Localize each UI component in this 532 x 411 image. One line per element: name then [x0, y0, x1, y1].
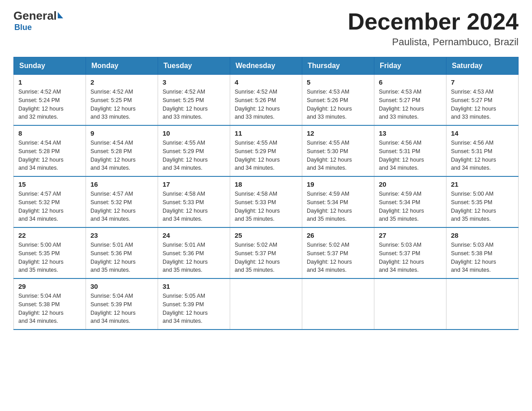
title-section: December 2024 Paulista, Pernambuco, Braz…: [348, 9, 519, 48]
day-number: 27: [379, 231, 442, 239]
day-number: 17: [163, 180, 225, 188]
day-number: 15: [18, 180, 81, 188]
month-title: December 2024: [348, 9, 519, 34]
day-number: 22: [18, 231, 81, 239]
day-number: 4: [235, 78, 297, 86]
calendar-cell: 25 Sunrise: 5:02 AMSunset: 5:37 PMDaylig…: [230, 227, 302, 278]
calendar-cell: [230, 278, 302, 330]
day-number: 31: [163, 283, 225, 290]
calendar-week-row: 8 Sunrise: 4:54 AMSunset: 5:28 PMDayligh…: [14, 125, 519, 176]
day-info: Sunrise: 4:52 AMSunset: 5:25 PMDaylight:…: [163, 89, 208, 120]
header-thursday: Thursday: [302, 57, 374, 75]
header-monday: Monday: [86, 57, 158, 75]
day-number: 5: [307, 78, 369, 86]
calendar-cell: 30 Sunrise: 5:04 AMSunset: 5:39 PMDaylig…: [86, 278, 158, 330]
calendar-cell: 21 Sunrise: 5:00 AMSunset: 5:35 PMDaylig…: [446, 176, 519, 227]
calendar-cell: 26 Sunrise: 5:02 AMSunset: 5:37 PMDaylig…: [302, 227, 374, 278]
day-number: 29: [18, 283, 81, 290]
calendar-cell: 13 Sunrise: 4:56 AMSunset: 5:31 PMDaylig…: [374, 125, 446, 176]
calendar-cell: 31 Sunrise: 5:05 AMSunset: 5:39 PMDaylig…: [158, 278, 230, 330]
logo-triangle-icon: [58, 12, 63, 18]
day-info: Sunrise: 4:53 AMSunset: 5:26 PMDaylight:…: [307, 89, 352, 120]
day-number: 25: [235, 231, 297, 239]
day-number: 6: [379, 78, 442, 86]
header-friday: Friday: [374, 57, 446, 75]
calendar-cell: 6 Sunrise: 4:53 AMSunset: 5:27 PMDayligh…: [374, 75, 446, 126]
location-text: Paulista, Pernambuco, Brazil: [348, 36, 519, 48]
day-number: 14: [451, 129, 514, 137]
calendar-cell: [302, 278, 374, 330]
day-info: Sunrise: 4:54 AMSunset: 5:28 PMDaylight:…: [18, 140, 64, 171]
day-info: Sunrise: 5:01 AMSunset: 5:36 PMDaylight:…: [90, 242, 136, 273]
logo-blue-text: Blue: [14, 23, 32, 32]
day-number: 3: [163, 78, 225, 86]
calendar-cell: 22 Sunrise: 5:00 AMSunset: 5:35 PMDaylig…: [14, 227, 86, 278]
day-number: 16: [90, 180, 153, 188]
calendar-week-row: 22 Sunrise: 5:00 AMSunset: 5:35 PMDaylig…: [14, 227, 519, 278]
day-info: Sunrise: 4:55 AMSunset: 5:29 PMDaylight:…: [235, 140, 280, 171]
calendar-cell: 23 Sunrise: 5:01 AMSunset: 5:36 PMDaylig…: [86, 227, 158, 278]
calendar-week-row: 29 Sunrise: 5:04 AMSunset: 5:38 PMDaylig…: [14, 278, 519, 330]
day-info: Sunrise: 4:58 AMSunset: 5:33 PMDaylight:…: [235, 191, 280, 222]
calendar-cell: 24 Sunrise: 5:01 AMSunset: 5:36 PMDaylig…: [158, 227, 230, 278]
calendar-cell: 9 Sunrise: 4:54 AMSunset: 5:28 PMDayligh…: [86, 125, 158, 176]
calendar-cell: 2 Sunrise: 4:52 AMSunset: 5:25 PMDayligh…: [86, 75, 158, 126]
logo-general-text: General: [13, 9, 57, 23]
day-info: Sunrise: 4:55 AMSunset: 5:30 PMDaylight:…: [307, 140, 352, 171]
day-info: Sunrise: 5:01 AMSunset: 5:36 PMDaylight:…: [163, 242, 208, 273]
day-info: Sunrise: 5:02 AMSunset: 5:37 PMDaylight:…: [307, 242, 352, 273]
logo: General Blue: [13, 9, 63, 32]
calendar-cell: 18 Sunrise: 4:58 AMSunset: 5:33 PMDaylig…: [230, 176, 302, 227]
day-info: Sunrise: 4:55 AMSunset: 5:29 PMDaylight:…: [163, 140, 208, 171]
day-info: Sunrise: 4:59 AMSunset: 5:34 PMDaylight:…: [307, 191, 352, 222]
header-saturday: Saturday: [446, 57, 519, 75]
day-number: 24: [163, 231, 225, 239]
calendar-cell: 5 Sunrise: 4:53 AMSunset: 5:26 PMDayligh…: [302, 75, 374, 126]
calendar-cell: 28 Sunrise: 5:03 AMSunset: 5:38 PMDaylig…: [446, 227, 519, 278]
calendar-cell: 29 Sunrise: 5:04 AMSunset: 5:38 PMDaylig…: [14, 278, 86, 330]
header-sunday: Sunday: [14, 57, 86, 75]
day-info: Sunrise: 4:57 AMSunset: 5:32 PMDaylight:…: [90, 191, 136, 222]
day-info: Sunrise: 5:00 AMSunset: 5:35 PMDaylight:…: [18, 242, 64, 273]
day-number: 2: [90, 78, 153, 86]
day-info: Sunrise: 4:54 AMSunset: 5:28 PMDaylight:…: [90, 140, 136, 171]
header-wednesday: Wednesday: [230, 57, 302, 75]
day-number: 8: [18, 129, 81, 137]
day-number: 21: [451, 180, 514, 188]
calendar-cell: 17 Sunrise: 4:58 AMSunset: 5:33 PMDaylig…: [158, 176, 230, 227]
calendar-cell: 3 Sunrise: 4:52 AMSunset: 5:25 PMDayligh…: [158, 75, 230, 126]
day-info: Sunrise: 5:04 AMSunset: 5:38 PMDaylight:…: [18, 293, 64, 324]
calendar-cell: 4 Sunrise: 4:52 AMSunset: 5:26 PMDayligh…: [230, 75, 302, 126]
calendar-week-row: 15 Sunrise: 4:57 AMSunset: 5:32 PMDaylig…: [14, 176, 519, 227]
day-number: 23: [90, 231, 153, 239]
day-info: Sunrise: 5:02 AMSunset: 5:37 PMDaylight:…: [235, 242, 280, 273]
day-info: Sunrise: 4:56 AMSunset: 5:31 PMDaylight:…: [451, 140, 496, 171]
day-info: Sunrise: 4:57 AMSunset: 5:32 PMDaylight:…: [18, 191, 64, 222]
calendar-week-row: 1 Sunrise: 4:52 AMSunset: 5:24 PMDayligh…: [14, 75, 519, 126]
header-tuesday: Tuesday: [158, 57, 230, 75]
day-number: 26: [307, 231, 369, 239]
calendar-cell: 16 Sunrise: 4:57 AMSunset: 5:32 PMDaylig…: [86, 176, 158, 227]
calendar-cell: [374, 278, 446, 330]
day-info: Sunrise: 4:53 AMSunset: 5:27 PMDaylight:…: [451, 89, 496, 120]
day-info: Sunrise: 5:00 AMSunset: 5:35 PMDaylight:…: [451, 191, 496, 222]
calendar-cell: 10 Sunrise: 4:55 AMSunset: 5:29 PMDaylig…: [158, 125, 230, 176]
calendar-cell: 7 Sunrise: 4:53 AMSunset: 5:27 PMDayligh…: [446, 75, 519, 126]
calendar-table: SundayMondayTuesdayWednesdayThursdayFrid…: [13, 57, 519, 330]
calendar-cell: 27 Sunrise: 5:03 AMSunset: 5:37 PMDaylig…: [374, 227, 446, 278]
day-number: 20: [379, 180, 442, 188]
day-info: Sunrise: 4:52 AMSunset: 5:25 PMDaylight:…: [90, 89, 136, 120]
day-number: 9: [90, 129, 153, 137]
day-info: Sunrise: 4:59 AMSunset: 5:34 PMDaylight:…: [379, 191, 424, 222]
calendar-header-row: SundayMondayTuesdayWednesdayThursdayFrid…: [14, 57, 519, 75]
calendar-cell: 19 Sunrise: 4:59 AMSunset: 5:34 PMDaylig…: [302, 176, 374, 227]
calendar-cell: [446, 278, 519, 330]
calendar-cell: 8 Sunrise: 4:54 AMSunset: 5:28 PMDayligh…: [14, 125, 86, 176]
calendar-cell: 15 Sunrise: 4:57 AMSunset: 5:32 PMDaylig…: [14, 176, 86, 227]
calendar-cell: 14 Sunrise: 4:56 AMSunset: 5:31 PMDaylig…: [446, 125, 519, 176]
calendar-cell: 12 Sunrise: 4:55 AMSunset: 5:30 PMDaylig…: [302, 125, 374, 176]
day-info: Sunrise: 4:52 AMSunset: 5:26 PMDaylight:…: [235, 89, 280, 120]
day-number: 13: [379, 129, 442, 137]
day-number: 19: [307, 180, 369, 188]
day-number: 28: [451, 231, 514, 239]
